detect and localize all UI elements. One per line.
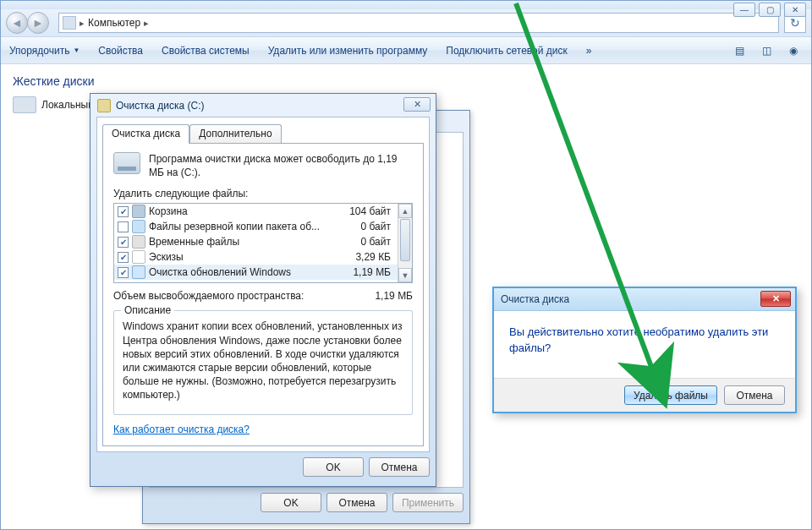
file-size: 1,19 МБ xyxy=(343,266,394,278)
close-button[interactable]: ✕ xyxy=(403,97,431,112)
file-type-icon xyxy=(132,220,145,233)
cancel-button[interactable]: Отмена xyxy=(326,493,387,512)
help-link-row: Как работает очистка диска? xyxy=(113,423,413,435)
disk-cleanup-icon xyxy=(97,99,111,112)
file-checkbox[interactable] xyxy=(118,221,129,232)
computer-icon xyxy=(63,16,76,30)
scroll-thumb[interactable] xyxy=(400,219,410,261)
confirm-title-text: Очистка диска xyxy=(501,293,569,305)
file-list-row[interactable]: ✔Очистка обновлений Windows1,19 МБ xyxy=(114,265,398,280)
total-value: 1,19 МБ xyxy=(375,290,413,302)
organize-label: Упорядочить xyxy=(9,45,69,57)
tab-cleanup[interactable]: Очистка диска xyxy=(102,124,189,144)
file-name: Очистка обновлений Windows xyxy=(149,266,340,278)
preview-pane-button[interactable]: ◫ xyxy=(757,41,776,60)
total-label: Объем высвобождаемого пространства: xyxy=(113,290,304,302)
file-name: Файлы резервной копии пакета об... xyxy=(149,221,340,232)
window-controls: — ▢ ✕ xyxy=(733,3,806,17)
file-name: Эскизы xyxy=(149,251,340,263)
organize-menu[interactable]: Упорядочить▼ xyxy=(9,45,80,57)
file-size: 0 байт xyxy=(343,236,394,248)
file-type-icon xyxy=(132,235,145,249)
more-commands[interactable]: » xyxy=(586,45,592,57)
explorer-titlebar: — ▢ ✕ xyxy=(1,1,811,9)
delete-files-label: Удалить следующие файлы: xyxy=(113,188,413,199)
minimize-button[interactable]: — xyxy=(733,3,755,17)
toolbar: Упорядочить▼ Свойства Свойства системы У… xyxy=(1,37,811,64)
view-mode-button[interactable]: ▤ xyxy=(730,41,749,60)
total-row: Объем высвобождаемого пространства: 1,19… xyxy=(113,290,413,302)
scroll-up-button[interactable]: ▲ xyxy=(398,204,412,218)
file-list-row[interactable]: ✔Корзина104 байт xyxy=(114,204,398,219)
properties-footer: OK Отмена Применить xyxy=(149,493,464,516)
uninstall-program-button[interactable]: Удалить или изменить программу xyxy=(268,45,428,57)
map-drive-button[interactable]: Подключить сетевой диск xyxy=(446,45,567,57)
close-button[interactable]: ✕ xyxy=(784,3,806,17)
file-checkbox[interactable]: ✔ xyxy=(118,206,129,217)
scroll-down-button[interactable]: ▼ xyxy=(398,268,412,282)
file-checkbox[interactable]: ✔ xyxy=(118,267,129,278)
disk-cleanup-title: Очистка диска (C:) xyxy=(116,100,205,112)
cancel-button[interactable]: Отмена xyxy=(724,385,785,405)
drive-icon xyxy=(13,96,36,113)
breadcrumb[interactable]: ▸ Компьютер ▸ xyxy=(58,13,779,33)
toolbar-right: ▤ ◫ ◉ xyxy=(730,41,803,60)
close-button[interactable]: ✕ xyxy=(760,291,791,307)
file-list-row[interactable]: ✔Временные файлы0 байт xyxy=(114,234,398,249)
hard-drives-heading: Жесткие диски xyxy=(13,74,799,88)
nav-back-forward: ◄ ► xyxy=(6,11,53,35)
ok-button[interactable]: OK xyxy=(303,457,364,477)
file-type-icon xyxy=(132,250,145,264)
tab-pane-cleanup: Программа очистки диска может освободить… xyxy=(102,143,424,446)
back-button[interactable]: ◄ xyxy=(6,12,28,34)
disk-cleanup-body: Очистка диска Дополнительно Программа оч… xyxy=(96,117,430,452)
confirm-footer: Удалить файлы Отмена xyxy=(494,378,795,412)
confirm-message: Вы действительно хотите необратимо удали… xyxy=(494,311,795,367)
apply-button[interactable]: Применить xyxy=(392,493,464,512)
file-list-row[interactable]: ✔Эскизы3,29 КБ xyxy=(114,249,398,265)
description-text: Windows хранит копии всех обновлений, ус… xyxy=(123,320,403,404)
forward-button[interactable]: ► xyxy=(27,12,49,34)
disk-cleanup-titlebar[interactable]: Очистка диска (C:) ✕ xyxy=(91,94,436,117)
file-name: Временные файлы xyxy=(149,236,340,248)
file-list: ✔Корзина104 байтФайлы резервной копии па… xyxy=(113,203,413,283)
info-text: Программа очистки диска может освободить… xyxy=(149,152,413,179)
chevron-right-icon: ▸ xyxy=(144,18,149,29)
tab-more-options[interactable]: Дополнительно xyxy=(189,124,281,143)
help-button[interactable]: ◉ xyxy=(784,41,803,60)
description-group: Описание Windows хранит копии всех обнов… xyxy=(113,310,413,415)
breadcrumb-label: Компьютер xyxy=(88,17,140,29)
file-checkbox[interactable]: ✔ xyxy=(118,237,129,248)
file-list-inner: ✔Корзина104 байтФайлы резервной копии па… xyxy=(114,204,398,282)
file-type-icon xyxy=(132,265,145,279)
chevron-down-icon: ▼ xyxy=(73,46,80,54)
confirm-dialog: Очистка диска ✕ Вы действительно хотите … xyxy=(492,287,797,413)
disk-cleanup-footer: OK Отмена xyxy=(96,457,430,479)
file-size: 0 байт xyxy=(343,221,394,232)
how-cleanup-works-link[interactable]: Как работает очистка диска? xyxy=(113,423,250,435)
file-list-row[interactable]: Файлы резервной копии пакета об...0 байт xyxy=(114,219,398,234)
disk-cleanup-dialog: Очистка диска (C:) ✕ Очистка диска Допол… xyxy=(90,93,436,487)
properties-button[interactable]: Свойства xyxy=(98,45,143,57)
file-name: Корзина xyxy=(149,205,340,217)
confirm-titlebar[interactable]: Очистка диска ✕ xyxy=(494,288,795,311)
maximize-button[interactable]: ▢ xyxy=(759,3,781,17)
info-row: Программа очистки диска может освободить… xyxy=(113,152,413,179)
tabs: Очистка диска Дополнительно xyxy=(97,124,429,143)
disk-icon xyxy=(113,152,140,174)
file-checkbox[interactable]: ✔ xyxy=(118,252,129,263)
delete-files-button[interactable]: Удалить файлы xyxy=(624,385,717,405)
chevron-right-icon: ▸ xyxy=(80,18,85,29)
file-size: 104 байт xyxy=(343,205,394,217)
description-title: Описание xyxy=(121,304,174,316)
nav-row: ◄ ► ▸ Компьютер ▸ ↻ xyxy=(1,9,811,37)
file-size: 3,29 КБ xyxy=(343,251,394,263)
scrollbar[interactable]: ▲ ▼ xyxy=(398,204,412,282)
system-properties-button[interactable]: Свойства системы xyxy=(162,45,250,57)
cancel-button[interactable]: Отмена xyxy=(369,457,430,477)
file-type-icon xyxy=(132,205,145,218)
ok-button[interactable]: OK xyxy=(261,493,321,512)
